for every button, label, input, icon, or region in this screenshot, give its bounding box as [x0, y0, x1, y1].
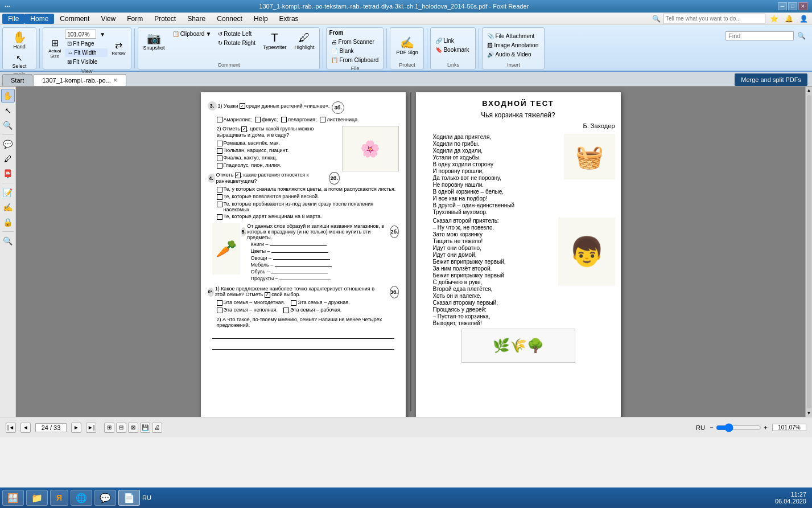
hand-tool[interactable]: ✋ — [1, 89, 15, 103]
menu-file[interactable]: File — [2, 14, 24, 24]
lock-tool[interactable]: 🔒 — [1, 215, 15, 229]
notifications-btn[interactable]: 🔔 — [782, 13, 795, 25]
q3-opt2: фикус; — [262, 117, 278, 122]
taskbar-app-skype[interactable]: 💬 — [94, 490, 116, 506]
next-page-btn[interactable]: ► — [71, 423, 81, 433]
from-clipboard-button[interactable]: 📋 From Clipboard — [329, 56, 381, 64]
single-page-btn[interactable]: ⊞ — [104, 423, 114, 433]
menu-home[interactable]: Home — [24, 14, 54, 24]
document-area[interactable]: 3. 1) Укажи ✓ среди данных растений «лиш… — [16, 87, 805, 417]
comment-tool[interactable]: 💬 — [1, 137, 15, 151]
typewriter-button[interactable]: T Typewriter — [260, 30, 290, 52]
favorites-btn[interactable]: ⭐ — [768, 13, 780, 25]
hand-tool-button[interactable]: ✋ Hand — [9, 30, 30, 51]
attachment-icon: 📎 — [487, 33, 494, 39]
zoom-increase-btn[interactable]: ＋ — [762, 423, 769, 432]
last-page-btn[interactable]: ►| — [86, 423, 96, 433]
menu-connect[interactable]: Connect — [211, 14, 248, 24]
scroll-thumb[interactable] — [807, 95, 811, 408]
blank-button[interactable]: 📄 Blank — [329, 47, 356, 55]
taskbar-app-yandex[interactable]: Я — [50, 490, 68, 506]
zoom-input[interactable] — [65, 30, 96, 39]
clipboard-button[interactable]: 📋 Clipboard ▼ — [170, 30, 214, 38]
taskbar-app-browser[interactable]: 🌐 — [71, 490, 92, 506]
select-tool-button[interactable]: ↖ Select — [9, 52, 30, 71]
zoom-dropdown-button[interactable]: ▼ — [97, 30, 108, 39]
browser-icon: 🌐 — [76, 493, 87, 503]
ribbon-group-tools: ✋ Hand ↖ Select Tools — [2, 27, 36, 69]
status-bar: |◄ ◄ ► ►| ⊞ ⊟ ⊠ 💾 🖨 RU － ＋ — [0, 417, 812, 437]
q3-number: 3. — [208, 101, 217, 110]
image-annotation-button[interactable]: 🖼 Image Annotation — [485, 41, 541, 50]
separator-2 — [134, 28, 135, 68]
q6-line2 — [212, 341, 394, 350]
start-button[interactable]: 🪟 — [2, 490, 24, 506]
bookmark-button[interactable]: 🔖 Bookmark — [433, 46, 471, 54]
scanner-icon: 🖨 — [331, 39, 337, 45]
prev-page-btn[interactable]: ◄ — [20, 423, 31, 433]
rotate-left-button[interactable]: ↺ Rotate Left — [216, 30, 258, 38]
q3-text-1: 1) Укажи — [218, 103, 238, 109]
scroll-bar-right[interactable]: ▲ ▼ — [805, 87, 812, 417]
menu-share[interactable]: Share — [182, 14, 211, 24]
menu-form[interactable]: Form — [121, 14, 149, 24]
explorer-icon: 📁 — [31, 493, 43, 503]
tab-document[interactable]: 1307_1-kompl.-rab.-po... ✕ — [34, 74, 126, 86]
first-page-btn[interactable]: |◄ — [6, 423, 16, 433]
menu-help[interactable]: Help — [248, 14, 274, 24]
continuous-btn[interactable]: ⊟ — [116, 423, 126, 433]
highlight-button[interactable]: 🖊 Highlight — [291, 30, 317, 52]
q5-header: 🥕 5. От данных слов образуй и запиши наз… — [208, 223, 399, 282]
fit-visible-button[interactable]: ⊠ Fit Visible — [65, 58, 108, 66]
close-button[interactable]: ✕ — [798, 2, 807, 10]
taskbar-system-tray: RU — [142, 494, 151, 501]
file-attachment-button[interactable]: 📎 File Attachment — [485, 32, 537, 40]
window-controls: ─ □ ✕ — [778, 2, 807, 10]
menu-comment[interactable]: Comment — [54, 14, 95, 24]
menu-view[interactable]: View — [95, 14, 121, 24]
search-tool[interactable]: 🔍 — [1, 234, 15, 248]
select-tool[interactable]: ↖ — [1, 104, 15, 117]
from-scanner-button[interactable]: 🖨 From Scanner — [329, 38, 376, 46]
pdf-sign-button[interactable]: ✍ PDF Sign — [393, 34, 421, 57]
highlight-tool[interactable]: 🖊 — [1, 152, 15, 166]
fit-page-button[interactable]: ⊡ Fit Page — [65, 39, 108, 48]
tab-close-icon[interactable]: ✕ — [113, 77, 118, 83]
taskbar-app-pdf[interactable]: 📄 — [118, 490, 140, 506]
save-btn[interactable]: 💾 — [140, 423, 150, 433]
stamp-tool[interactable]: 📮 — [1, 167, 15, 181]
zoom-decrease-btn[interactable]: － — [708, 423, 715, 432]
rotate-right-button[interactable]: ↻ Rotate Right — [216, 39, 258, 47]
page-input[interactable] — [35, 423, 67, 432]
tell-me-input[interactable] — [663, 14, 765, 23]
ribbon-group-links: 🔗 Link 🔖 Bookmark Links — [430, 27, 476, 69]
merge-split-button[interactable]: Merge and split PDFs — [735, 73, 807, 86]
snapshot-button[interactable]: 📷 Snapshot — [141, 30, 168, 52]
minimize-button[interactable]: ─ — [778, 2, 787, 10]
scroll-down-btn[interactable]: ▼ — [806, 409, 812, 417]
find-button[interactable]: 🔍 — [795, 30, 807, 42]
menu-extras[interactable]: Extras — [274, 14, 304, 24]
user-btn[interactable]: 👤 — [797, 13, 810, 25]
tab-start[interactable]: Start — [2, 74, 32, 86]
zoom-percent-input[interactable] — [772, 424, 806, 431]
print-btn[interactable]: 🖨 — [152, 423, 162, 433]
zoom-tool[interactable]: 🔍 — [1, 118, 15, 132]
clipboard-icon: 📋 — [172, 31, 179, 37]
menu-protect[interactable]: Protect — [149, 14, 182, 24]
form-tool[interactable]: 📝 — [1, 186, 15, 199]
lang-indicator: RU — [142, 494, 151, 501]
actual-size-button[interactable]: ⊞ ActualSize — [46, 36, 64, 60]
fit-width-button[interactable]: ↔ Fit Width — [65, 48, 108, 57]
audio-video-button[interactable]: 🔊 Audio & Video — [485, 50, 533, 59]
sign-tool[interactable]: ✍ — [1, 200, 15, 214]
reflow-button[interactable]: ⇄ Reflow — [109, 38, 128, 58]
two-page-btn[interactable]: ⊠ — [128, 423, 138, 433]
scroll-up-btn[interactable]: ▲ — [806, 87, 812, 94]
link-button[interactable]: 🔗 Link — [433, 36, 456, 45]
taskbar-app-explorer[interactable]: 📁 — [26, 490, 48, 506]
maximize-button[interactable]: □ — [788, 2, 797, 10]
zoom-slider[interactable] — [716, 423, 761, 432]
find-input[interactable] — [726, 31, 794, 40]
clock-time: 11:27 — [775, 491, 806, 498]
